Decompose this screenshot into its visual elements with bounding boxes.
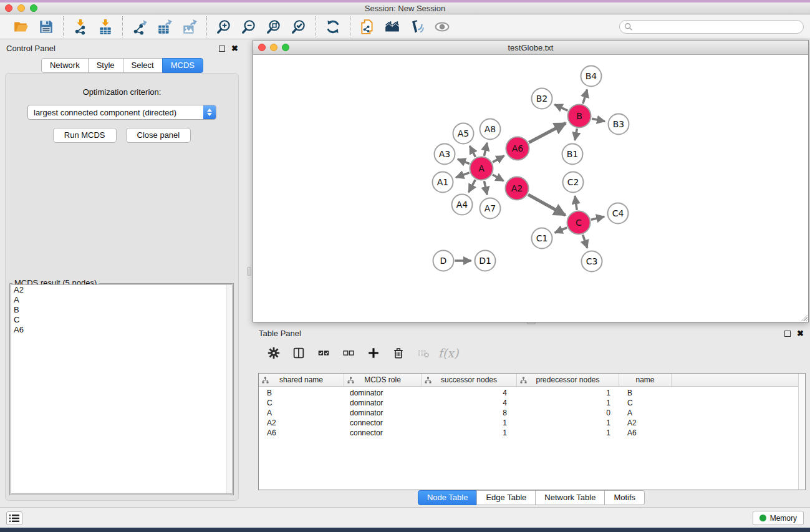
result-scrollbar[interactable] bbox=[226, 285, 232, 493]
table-cell[interactable]: B bbox=[259, 389, 344, 399]
close-panel-button[interactable]: Close panel bbox=[126, 128, 191, 143]
table-settings-button[interactable] bbox=[266, 346, 281, 360]
graph-edge-C-C2[interactable] bbox=[575, 196, 577, 210]
graph-edge-C-C3[interactable] bbox=[583, 235, 587, 248]
graph-edge-A-A2[interactable] bbox=[493, 175, 504, 181]
table-scrollbar[interactable] bbox=[798, 374, 805, 490]
table-cell[interactable]: 1 bbox=[517, 399, 619, 409]
tab-style[interactable]: Style bbox=[88, 58, 123, 73]
table-row[interactable]: A2connector11A2 bbox=[259, 418, 805, 428]
tab-network[interactable]: Network bbox=[41, 58, 89, 73]
tab-select[interactable]: Select bbox=[123, 58, 163, 73]
zoom-in-button[interactable] bbox=[211, 17, 236, 37]
table-row[interactable]: A6connector11A6 bbox=[259, 428, 805, 438]
table-cell[interactable]: 1 bbox=[422, 418, 517, 428]
function-builder-button[interactable]: f(x) bbox=[441, 346, 456, 360]
tab-motifs[interactable]: Motifs bbox=[604, 490, 645, 505]
column-header-predecessor-nodes[interactable]: predecessor nodes bbox=[517, 374, 619, 386]
table-cell[interactable]: dominator bbox=[344, 409, 422, 418]
result-item[interactable]: C bbox=[11, 315, 232, 325]
close-table-panel-icon[interactable]: ✖ bbox=[797, 331, 804, 337]
table-cell[interactable]: A2 bbox=[619, 418, 672, 428]
save-session-button[interactable] bbox=[34, 17, 59, 37]
graph-edge-A-A4[interactable] bbox=[469, 180, 476, 192]
graph-edge-A-A3[interactable] bbox=[458, 159, 470, 163]
graph-edge-A6-B[interactable] bbox=[529, 123, 566, 142]
graph-edge-A-A8[interactable] bbox=[484, 143, 487, 156]
splitpane-divider-grip[interactable] bbox=[247, 267, 251, 276]
memory-button[interactable]: Memory bbox=[753, 511, 804, 525]
result-item[interactable]: A6 bbox=[11, 325, 232, 335]
show-hide-button[interactable] bbox=[430, 17, 455, 37]
zoom-fit-button[interactable] bbox=[261, 17, 286, 37]
resize-grip-icon[interactable] bbox=[799, 313, 808, 321]
table-cell[interactable]: 1 bbox=[517, 428, 619, 438]
graph-edge-A-A7[interactable] bbox=[484, 181, 487, 195]
zoom-window-button[interactable] bbox=[30, 4, 37, 12]
table-cell[interactable]: C bbox=[259, 399, 344, 409]
graph-edge-A-A6[interactable] bbox=[493, 156, 504, 162]
tab-node-table[interactable]: Node Table bbox=[418, 490, 478, 505]
close-window-button[interactable] bbox=[5, 4, 12, 12]
table-cell[interactable]: B bbox=[619, 389, 672, 399]
float-panel-icon[interactable] bbox=[219, 46, 225, 52]
table-cell[interactable]: A6 bbox=[619, 428, 672, 438]
import-table-button[interactable] bbox=[93, 17, 118, 37]
result-item[interactable]: B bbox=[11, 305, 232, 315]
network-zoom-button[interactable] bbox=[282, 44, 289, 51]
network-close-button[interactable] bbox=[258, 44, 266, 51]
zoom-selected-button[interactable] bbox=[286, 17, 311, 37]
graph-edge-B-B4[interactable] bbox=[583, 90, 587, 104]
table-row[interactable]: Bdominator41B bbox=[259, 389, 805, 399]
create-column-button[interactable] bbox=[366, 346, 381, 360]
column-header-successor-nodes[interactable]: successor nodes bbox=[422, 374, 517, 386]
table-cell[interactable]: dominator bbox=[344, 399, 422, 409]
export-network-button[interactable] bbox=[127, 17, 152, 37]
table-cell[interactable]: C bbox=[619, 399, 672, 409]
table-cell[interactable]: connector bbox=[344, 418, 422, 428]
style-preview-button[interactable] bbox=[405, 17, 430, 37]
table-cell[interactable]: A2 bbox=[259, 418, 344, 428]
graph-edge-A-A5[interactable] bbox=[470, 146, 475, 157]
graph-edge-C-C4[interactable] bbox=[591, 216, 604, 220]
graph-edge-B-B1[interactable] bbox=[575, 128, 577, 140]
refresh-button[interactable] bbox=[321, 17, 345, 37]
tab-network-table[interactable]: Network Table bbox=[535, 490, 605, 505]
column-header-name[interactable]: name bbox=[619, 374, 672, 386]
float-table-panel-icon[interactable] bbox=[784, 331, 791, 337]
open-session-button[interactable] bbox=[9, 17, 34, 37]
export-image-button[interactable] bbox=[177, 17, 202, 37]
table-cell[interactable]: 1 bbox=[422, 428, 517, 438]
table-cell[interactable]: dominator bbox=[344, 389, 422, 399]
tab-mcds[interactable]: MCDS bbox=[162, 58, 203, 73]
home-button[interactable] bbox=[380, 17, 405, 37]
mcds-result-list[interactable]: A2ABCA6 bbox=[11, 284, 233, 494]
minimize-window-button[interactable] bbox=[17, 4, 25, 12]
delete-table-button[interactable] bbox=[416, 346, 431, 360]
table-cell[interactable]: 4 bbox=[422, 389, 517, 399]
result-item[interactable]: A2 bbox=[11, 285, 232, 295]
table-cell[interactable]: connector bbox=[344, 428, 422, 438]
table-cell[interactable]: 8 bbox=[422, 409, 517, 418]
table-row[interactable]: Adominator80A bbox=[259, 409, 805, 418]
import-network-button[interactable] bbox=[68, 17, 93, 37]
close-panel-icon[interactable]: ✖ bbox=[231, 46, 238, 52]
table-cell[interactable]: A6 bbox=[259, 428, 344, 438]
result-item[interactable]: A bbox=[11, 295, 232, 305]
column-header-shared-name[interactable]: shared name bbox=[259, 374, 344, 386]
zoom-out-button[interactable] bbox=[236, 17, 261, 37]
table-cell[interactable]: A bbox=[619, 409, 672, 418]
table-cell[interactable]: 1 bbox=[517, 418, 619, 428]
table-cell[interactable]: A bbox=[259, 409, 344, 418]
graph-edge-A2-C[interactable] bbox=[528, 195, 566, 215]
tab-edge-table[interactable]: Edge Table bbox=[476, 490, 536, 505]
show-columns-button[interactable] bbox=[291, 346, 306, 360]
search-input[interactable] bbox=[619, 20, 804, 34]
table-cell[interactable]: 1 bbox=[517, 389, 619, 399]
clone-network-button[interactable] bbox=[355, 17, 380, 37]
task-history-button[interactable] bbox=[6, 511, 22, 525]
network-canvas[interactable]: B4B2BB3A8A5A6A3B1AC2A1A2A4A7C4CC1DD1C3 bbox=[253, 55, 808, 322]
graph-edge-C-C1[interactable] bbox=[555, 228, 567, 233]
table-cell[interactable]: 4 bbox=[422, 399, 517, 409]
graph-edge-A-A1[interactable] bbox=[456, 173, 469, 178]
